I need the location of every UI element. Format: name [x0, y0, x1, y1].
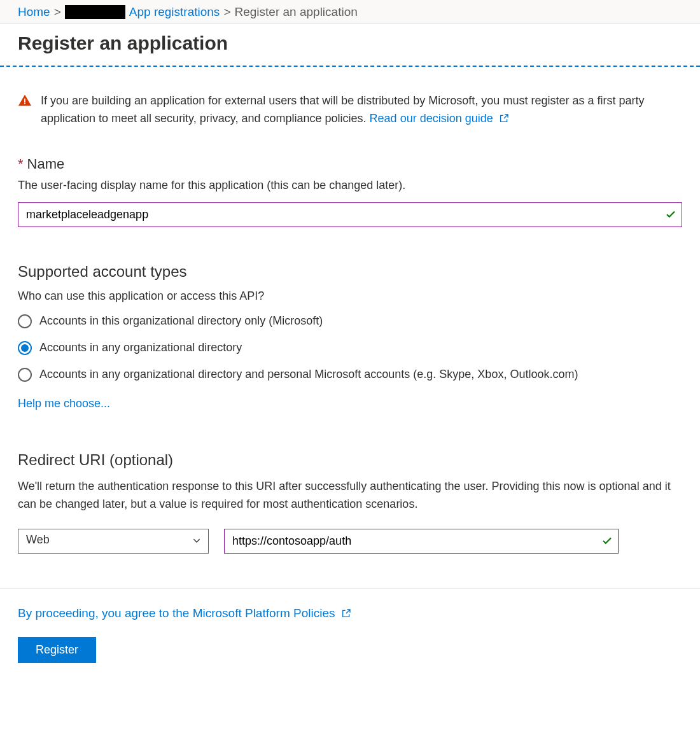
- info-banner-text: If you are building an application for e…: [41, 94, 644, 125]
- warning-triangle-icon: [18, 94, 32, 128]
- decision-guide-link[interactable]: Read our decision guide: [370, 112, 509, 125]
- checkmark-icon: [665, 209, 676, 220]
- page-title: Register an application: [0, 24, 700, 66]
- external-link-icon: [499, 113, 509, 123]
- breadcrumb-home[interactable]: Home: [18, 5, 50, 19]
- required-asterisk: *: [18, 156, 24, 172]
- redirect-uri-title: Redirect URI (optional): [18, 451, 682, 469]
- redirect-uri-description: We'll return the authentication response…: [18, 478, 682, 513]
- radio-label: Accounts in any organizational directory: [39, 341, 242, 354]
- breadcrumb-current: Register an application: [234, 5, 357, 19]
- radio-label: Accounts in this organizational director…: [39, 314, 323, 328]
- account-types-title: Supported account types: [18, 263, 682, 281]
- radio-icon: [18, 341, 32, 355]
- breadcrumb-redacted: [65, 5, 125, 19]
- redirect-uri-input-wrap: [224, 529, 619, 554]
- footer: By proceeding, you agree to the Microsof…: [0, 588, 700, 681]
- platform-policies-link[interactable]: By proceeding, you agree to the Microsof…: [18, 606, 351, 620]
- radio-label: Accounts in any organizational directory…: [39, 368, 578, 381]
- external-link-icon: [341, 608, 351, 618]
- account-types-radio-group: Accounts in this organizational director…: [18, 314, 682, 382]
- info-banner: If you are building an application for e…: [18, 92, 682, 128]
- platform-select-value: Web: [18, 529, 208, 550]
- breadcrumb-separator: >: [223, 5, 230, 19]
- redirect-uri-input[interactable]: [225, 529, 618, 553]
- chevron-down-icon: [192, 536, 202, 546]
- name-input-wrap: [18, 202, 682, 227]
- help-me-choose-link[interactable]: Help me choose...: [18, 397, 110, 410]
- name-label: *Name: [18, 156, 682, 172]
- platform-select[interactable]: Web: [18, 529, 209, 554]
- account-type-option-0[interactable]: Accounts in this organizational director…: [18, 314, 682, 328]
- account-type-option-2[interactable]: Accounts in any organizational directory…: [18, 368, 682, 382]
- radio-icon: [18, 314, 32, 328]
- register-button[interactable]: Register: [18, 637, 96, 663]
- breadcrumb: Home > App registrations > Register an a…: [0, 0, 700, 24]
- checkmark-icon: [601, 535, 613, 547]
- account-types-description: Who can use this application or access t…: [18, 290, 682, 303]
- name-description: The user-facing display name for this ap…: [18, 179, 682, 192]
- account-type-option-1[interactable]: Accounts in any organizational directory: [18, 341, 682, 355]
- radio-icon: [18, 368, 32, 382]
- breadcrumb-separator: >: [54, 5, 61, 19]
- breadcrumb-app-registrations[interactable]: App registrations: [129, 5, 220, 19]
- name-input[interactable]: [18, 203, 682, 227]
